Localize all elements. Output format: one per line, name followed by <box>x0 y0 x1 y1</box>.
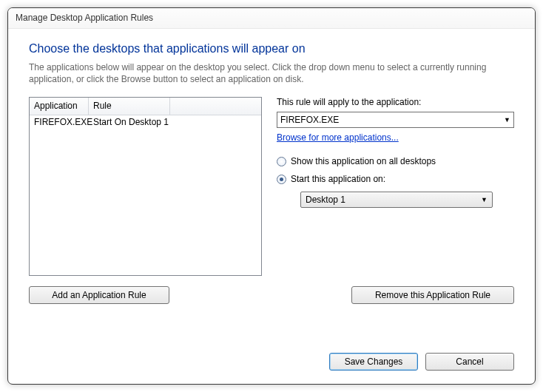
apply-label: This rule will apply to the application: <box>277 97 514 107</box>
radio-all-desktops-row[interactable]: Show this application on all desktops <box>277 156 514 166</box>
add-rule-button[interactable]: Add an Application Rule <box>29 286 169 304</box>
cancel-button[interactable]: Cancel <box>425 353 514 371</box>
chevron-down-icon: ▼ <box>481 196 488 203</box>
window-title: Manage Desktop Application Rules <box>16 13 153 23</box>
cell-application: FIREFOX.EXE <box>30 115 89 130</box>
page-heading: Choose the desktops that applications wi… <box>29 42 514 55</box>
chevron-down-icon: ▼ <box>504 116 510 124</box>
table-row[interactable]: FIREFOX.EXE Start On Desktop 1 <box>30 115 261 130</box>
desktop-dropdown-value: Desktop 1 <box>306 195 345 205</box>
save-button[interactable]: Save Changes <box>329 353 418 371</box>
col-header-application[interactable]: Application <box>30 98 89 115</box>
application-dropdown[interactable]: FIREFOX.EXE ▼ <box>277 112 514 128</box>
col-header-empty <box>170 98 261 115</box>
cell-rule: Start On Desktop 1 <box>89 115 261 130</box>
application-dropdown-value: FIREFOX.EXE <box>280 115 339 125</box>
radio-all-desktops[interactable] <box>277 157 286 166</box>
desktop-dropdown[interactable]: Desktop 1 ▼ <box>300 192 493 208</box>
radio-start-on[interactable] <box>277 175 286 184</box>
radio-start-label: Start this application on: <box>291 174 385 184</box>
content-area: Choose the desktops that applications wi… <box>8 29 535 311</box>
col-header-rule[interactable]: Rule <box>89 98 170 115</box>
browse-link[interactable]: Browse for more applications... <box>277 132 399 143</box>
radio-all-label: Show this application on all desktops <box>291 156 436 166</box>
rules-table: Application Rule FIREFOX.EXE Start On De… <box>29 97 262 276</box>
remove-rule-button[interactable]: Remove this Application Rule <box>351 286 514 304</box>
radio-start-on-row[interactable]: Start this application on: <box>277 174 514 184</box>
table-header: Application Rule <box>30 98 261 115</box>
dialog-window: Manage Desktop Application Rules Choose … <box>7 7 536 385</box>
page-subtext: The applications below will appear on th… <box>29 61 514 85</box>
titlebar: Manage Desktop Application Rules <box>8 8 535 29</box>
